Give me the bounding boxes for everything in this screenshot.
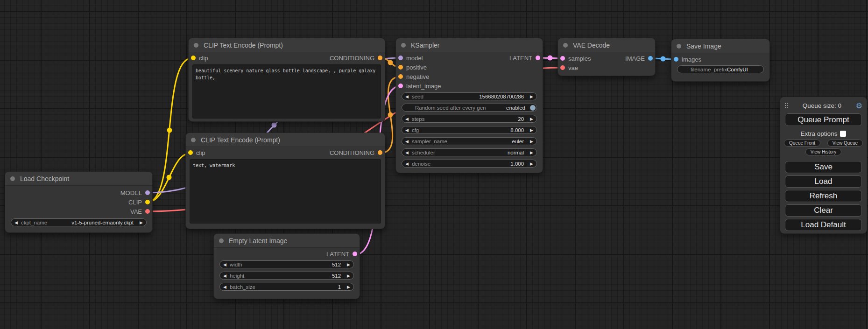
image-port-icon[interactable]: [648, 56, 653, 61]
negative-prompt-textarea[interactable]: text, watermark: [190, 159, 381, 224]
clear-button[interactable]: Clear: [785, 204, 862, 217]
decrement-arrow-icon[interactable]: ◀: [220, 262, 230, 267]
latent-port-icon[interactable]: [353, 252, 357, 256]
collapse-dot-icon[interactable]: [191, 138, 196, 142]
collapse-dot-icon[interactable]: [194, 43, 198, 48]
collapse-dot-icon[interactable]: [10, 176, 15, 181]
decrement-arrow-icon[interactable]: ◀: [220, 273, 230, 278]
steps-widget[interactable]: ◀ steps 20 ▶: [402, 115, 537, 123]
decrement-arrow-icon[interactable]: ◀: [402, 94, 412, 99]
node-title-bar[interactable]: CLIP Text Encode (Prompt): [189, 38, 385, 52]
clip-port-icon[interactable]: [191, 56, 196, 60]
node-empty-latent-image[interactable]: Empty Latent Image LATENT ◀ width 512 ▶ …: [214, 234, 360, 299]
output-clip[interactable]: CLIP: [5, 197, 152, 207]
view-queue-button[interactable]: View Queue: [827, 140, 863, 147]
output-vae[interactable]: VAE: [5, 207, 152, 216]
increment-arrow-icon[interactable]: ▶: [527, 117, 536, 121]
io-row: clip CONDITIONING: [186, 148, 385, 157]
decrement-arrow-icon[interactable]: ◀: [402, 161, 412, 166]
clip-port-icon[interactable]: [188, 150, 193, 155]
increment-arrow-icon[interactable]: ▶: [344, 273, 353, 278]
increment-arrow-icon[interactable]: ▶: [527, 139, 536, 144]
toggle-circle-icon[interactable]: [530, 105, 536, 111]
conditioning-port-icon[interactable]: [378, 150, 382, 155]
increment-arrow-icon[interactable]: ▶: [136, 220, 146, 225]
load-button[interactable]: Load: [785, 175, 862, 188]
sampler-name-widget[interactable]: ◀ sampler_name euler ▶: [402, 137, 537, 145]
vae-port-icon[interactable]: [560, 65, 565, 70]
node-title-bar[interactable]: VAE Decode: [558, 38, 655, 52]
decrement-arrow-icon[interactable]: ◀: [402, 128, 412, 133]
width-widget[interactable]: ◀ width 512 ▶: [219, 260, 354, 268]
extra-options-label: Extra options: [801, 130, 838, 137]
image-port-icon[interactable]: [674, 57, 678, 62]
node-clip-text-encode-positive[interactable]: CLIP Text Encode (Prompt) clip CONDITION…: [189, 38, 385, 121]
node-title: Load Checkpoint: [20, 175, 69, 182]
denoise-widget[interactable]: ◀ denoise 1.000 ▶: [402, 160, 537, 168]
node-title-bar[interactable]: Empty Latent Image: [214, 234, 360, 248]
scheduler-widget[interactable]: ◀ scheduler normal ▶: [402, 148, 537, 156]
batch-size-widget[interactable]: ◀ batch_size 1 ▶: [219, 283, 354, 291]
input-positive[interactable]: positive: [396, 63, 543, 72]
conditioning-port-icon[interactable]: [398, 74, 403, 79]
input-latent-image[interactable]: latent_image: [396, 81, 543, 91]
node-ksampler[interactable]: KSampler model LATENT positive negative …: [396, 38, 543, 173]
node-title: CLIP Text Encode (Prompt): [201, 136, 280, 144]
decrement-arrow-icon[interactable]: ◀: [11, 220, 21, 225]
increment-arrow-icon[interactable]: ▶: [527, 94, 536, 99]
increment-arrow-icon[interactable]: ▶: [527, 150, 536, 155]
model-port-icon[interactable]: [398, 56, 403, 60]
increment-arrow-icon[interactable]: ▶: [527, 128, 536, 133]
node-title-bar[interactable]: KSampler: [396, 38, 543, 52]
node-clip-text-encode-negative[interactable]: CLIP Text Encode (Prompt) clip CONDITION…: [186, 133, 385, 229]
drag-handle-icon[interactable]: [784, 103, 788, 108]
latent-port-icon[interactable]: [560, 56, 565, 61]
decrement-arrow-icon[interactable]: ◀: [220, 285, 230, 289]
extra-options-checkbox[interactable]: [840, 131, 846, 137]
output-model[interactable]: MODEL: [5, 188, 152, 197]
model-port-icon[interactable]: [145, 190, 150, 195]
ckpt-name-widget[interactable]: ◀ ckpt_name v1-5-pruned-emaonly.ckpt ▶: [11, 218, 147, 226]
latent-port-icon[interactable]: [536, 56, 540, 60]
increment-arrow-icon[interactable]: ▶: [344, 262, 353, 267]
increment-arrow-icon[interactable]: ▶: [344, 285, 353, 289]
save-button[interactable]: Save: [785, 161, 862, 173]
decrement-arrow-icon[interactable]: ◀: [402, 150, 412, 155]
queue-prompt-button[interactable]: Queue Prompt: [785, 113, 862, 126]
conditioning-port-icon[interactable]: [398, 65, 403, 70]
load-default-button[interactable]: Load Default: [785, 219, 862, 231]
decrement-arrow-icon[interactable]: ◀: [402, 139, 412, 144]
latent-port-icon[interactable]: [398, 84, 403, 88]
node-title-bar[interactable]: Load Checkpoint: [5, 172, 152, 186]
height-widget[interactable]: ◀ height 512 ▶: [219, 272, 354, 280]
positive-prompt-textarea[interactable]: beautiful scenery nature glass bottle la…: [192, 64, 381, 119]
filename-prefix-widget[interactable]: filename_prefix ComfyUI: [677, 65, 764, 73]
seed-widget[interactable]: ◀ seed 156680208700286 ▶: [402, 92, 537, 100]
vae-port-icon[interactable]: [145, 209, 150, 214]
collapse-dot-icon[interactable]: [401, 43, 406, 48]
decrement-arrow-icon[interactable]: ◀: [402, 117, 412, 121]
node-save-image[interactable]: Save Image images filename_prefix ComfyU…: [671, 39, 769, 81]
node-load-checkpoint[interactable]: Load Checkpoint MODEL CLIP VAE ◀ ckpt_na…: [5, 172, 152, 232]
collapse-dot-icon[interactable]: [219, 238, 224, 243]
input-images[interactable]: images: [671, 55, 769, 64]
node-vae-decode[interactable]: VAE Decode samples IMAGE vae: [558, 38, 655, 76]
view-history-button[interactable]: View History: [805, 148, 841, 155]
random-seed-toggle-widget[interactable]: Random seed after every gen enabled: [402, 104, 537, 112]
input-vae[interactable]: vae: [558, 63, 655, 72]
collapse-dot-icon[interactable]: [677, 44, 681, 49]
collapse-dot-icon[interactable]: [563, 43, 568, 48]
gear-icon[interactable]: ⚙: [856, 101, 862, 110]
node-title: KSampler: [411, 42, 439, 49]
refresh-button[interactable]: Refresh: [785, 190, 862, 202]
node-title-bar[interactable]: Save Image: [671, 39, 769, 53]
clip-port-icon[interactable]: [145, 200, 150, 204]
input-negative[interactable]: negative: [396, 72, 543, 81]
cfg-widget[interactable]: ◀ cfg 8.000 ▶: [402, 126, 537, 134]
conditioning-port-icon[interactable]: [378, 56, 382, 60]
queue-front-button[interactable]: Queue Front: [784, 140, 820, 147]
output-latent[interactable]: LATENT: [214, 249, 360, 259]
increment-arrow-icon[interactable]: ▶: [527, 161, 536, 166]
queue-small-buttons: Queue Front View Queue: [784, 140, 863, 147]
node-title-bar[interactable]: CLIP Text Encode (Prompt): [186, 133, 385, 147]
